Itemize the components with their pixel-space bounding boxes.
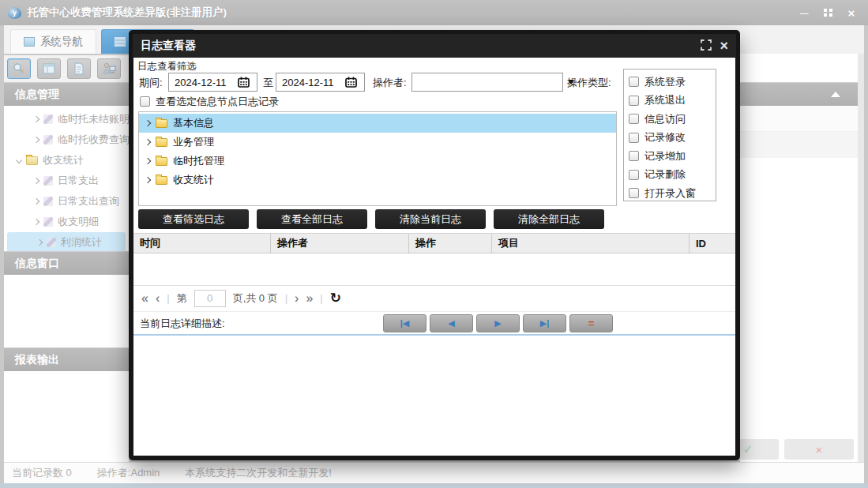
sidebar-tree: 临时托未结账明细 临时托收费查询 收支统计 日常支出 日常支出查询 收支明细 利… bbox=[4, 106, 129, 251]
operator-combobox[interactable] bbox=[411, 73, 563, 92]
sidebar-item-temp-unsettled[interactable]: 临时托未结账明细 bbox=[4, 109, 129, 130]
collapse-up-icon[interactable] bbox=[831, 92, 840, 97]
status-message: 本系统支持二次开发和全新开发! bbox=[185, 466, 332, 480]
form-area bbox=[740, 158, 858, 462]
date-from-field[interactable] bbox=[168, 73, 257, 92]
column-header-time[interactable]: 时间 bbox=[133, 234, 270, 253]
checkbox[interactable] bbox=[140, 96, 150, 107]
column-header-operation[interactable]: 操作 bbox=[408, 234, 491, 253]
tree-label: 收支统计 bbox=[43, 153, 84, 167]
op-type-record-delete[interactable]: 记录删除 bbox=[629, 166, 716, 185]
sidebar-item-daily-expense-query[interactable]: 日常支出查询 bbox=[4, 191, 129, 212]
date-from-input[interactable] bbox=[175, 77, 235, 88]
prev-page-button[interactable]: ‹ bbox=[156, 291, 160, 306]
dialog-title: 日志查看器 bbox=[141, 39, 693, 53]
minimize-button[interactable]: ─ bbox=[795, 6, 813, 20]
checkbox-label: 记录删除 bbox=[644, 167, 686, 182]
sidebar-item-profit-stats[interactable]: 利润统计 bbox=[7, 232, 126, 253]
operator-input[interactable] bbox=[412, 77, 562, 88]
calendar-icon[interactable] bbox=[238, 77, 250, 88]
status-record-count: 当前记录数 0 bbox=[12, 466, 72, 480]
page-total-label: 页,共 0 页 bbox=[233, 291, 278, 306]
dialog-close-button[interactable]: × bbox=[720, 39, 728, 53]
panel-header-info-window[interactable]: 信息窗口 bbox=[4, 251, 129, 275]
calendar-icon[interactable] bbox=[345, 77, 357, 88]
chevron-right-icon[interactable] bbox=[145, 158, 151, 164]
column-header-operator[interactable]: 操作者 bbox=[270, 234, 408, 253]
cancel-button[interactable]: × bbox=[784, 439, 854, 460]
tree-label: 临时托未结账明细 bbox=[58, 112, 129, 126]
page-number-input[interactable] bbox=[194, 290, 226, 307]
view-all-logs-button[interactable]: 查看全部日志 bbox=[257, 209, 367, 229]
chevron-right-icon[interactable] bbox=[145, 139, 151, 145]
op-type-system-logout[interactable]: 系统退出 bbox=[629, 92, 716, 111]
tree-item-temp-trust-mgmt[interactable]: 临时托管理 bbox=[139, 152, 616, 171]
sidebar-item-daily-expense[interactable]: 日常支出 bbox=[4, 171, 129, 191]
right-scrollbar[interactable] bbox=[858, 54, 864, 462]
record-next-button[interactable]: ▶ bbox=[476, 314, 520, 332]
node-filter-checkbox-row[interactable]: 查看选定信息节点日志记录 bbox=[140, 92, 279, 111]
close-button[interactable]: × bbox=[843, 6, 860, 20]
column-header-item[interactable]: 项目 bbox=[491, 234, 689, 253]
panel-header-report-output[interactable]: 报表输出 bbox=[4, 347, 129, 371]
log-description-area[interactable] bbox=[133, 334, 735, 456]
op-type-record-add[interactable]: 记录增加 bbox=[629, 147, 716, 166]
op-type-system-login[interactable]: 系统登录 bbox=[629, 73, 716, 92]
tree-item-income-expense-stats[interactable]: 收支统计 bbox=[139, 171, 616, 190]
checkbox[interactable] bbox=[629, 188, 639, 198]
sidebar-item-income-expense-detail[interactable]: 收支明细 bbox=[4, 212, 129, 232]
restore-button[interactable] bbox=[819, 6, 836, 20]
page-label: 第 bbox=[177, 291, 187, 306]
checkbox-label: 打开录入窗 bbox=[644, 186, 696, 201]
search-edit-button[interactable] bbox=[7, 58, 31, 79]
tree-item-basic-info[interactable]: 基本信息 bbox=[139, 114, 616, 133]
tab-system-nav[interactable]: 系统导航 bbox=[10, 29, 96, 54]
clear-all-logs-button[interactable]: 清除全部日志 bbox=[494, 209, 604, 229]
op-type-info-access[interactable]: 信息访问 bbox=[629, 110, 716, 129]
record-last-button[interactable]: ▶| bbox=[523, 314, 566, 332]
checkbox[interactable] bbox=[629, 151, 639, 161]
tree-item-business-mgmt[interactable]: 业务管理 bbox=[139, 133, 616, 152]
next-page-button[interactable]: › bbox=[295, 291, 299, 306]
info-window-button[interactable] bbox=[37, 58, 61, 79]
separator: | bbox=[167, 292, 169, 304]
sidebar-item-income-expense-stats[interactable]: 收支统计 bbox=[4, 150, 129, 171]
date-to-field[interactable] bbox=[276, 73, 365, 92]
operator-label: 操作者: bbox=[373, 76, 407, 90]
view-filtered-logs-button[interactable]: 查看筛选日志 bbox=[138, 209, 249, 229]
tab-label: 系统导航 bbox=[40, 35, 83, 49]
period-label: 期间: bbox=[139, 76, 163, 90]
checkbox[interactable] bbox=[629, 133, 639, 143]
tree-label: 基本信息 bbox=[173, 116, 214, 130]
last-page-button[interactable]: » bbox=[306, 291, 313, 306]
dialog-maximize-button[interactable] bbox=[701, 39, 712, 53]
document-button[interactable] bbox=[67, 58, 91, 79]
column-header-id[interactable]: ID bbox=[689, 234, 735, 253]
clear-current-logs-button[interactable]: 清除当前日志 bbox=[375, 209, 486, 229]
form-row bbox=[740, 132, 858, 158]
checkbox[interactable] bbox=[629, 96, 639, 106]
record-prev-button[interactable]: ◀ bbox=[430, 314, 473, 332]
checkbox[interactable] bbox=[629, 170, 639, 180]
user-computer-button[interactable] bbox=[97, 58, 121, 79]
record-first-button[interactable]: |◀ bbox=[383, 314, 426, 332]
sidebar-item-temp-fee-query[interactable]: 临时托收费查询 bbox=[4, 130, 129, 150]
checkbox[interactable] bbox=[629, 77, 639, 87]
date-to-input[interactable] bbox=[282, 77, 342, 88]
user-computer-icon bbox=[102, 62, 116, 75]
chevron-right-icon[interactable] bbox=[145, 120, 151, 126]
chevron-right-icon[interactable] bbox=[145, 177, 151, 183]
log-viewer-dialog: 日志查看器 × 日志查看筛选 期间: 至 操作者: 操作类型: 系统登录 系统退… bbox=[129, 30, 740, 460]
document-icon bbox=[73, 62, 85, 75]
refresh-button[interactable]: ↻ bbox=[330, 290, 341, 306]
checkbox[interactable] bbox=[629, 114, 639, 124]
checkbox-label: 信息访问 bbox=[644, 112, 686, 126]
window-title: 托管中心收费管理系统差异版(非注册用户) bbox=[28, 6, 789, 20]
to-label: 至 bbox=[263, 76, 273, 90]
tool-icon bbox=[43, 176, 53, 186]
first-page-button[interactable]: « bbox=[141, 291, 148, 306]
grid-icon bbox=[115, 37, 126, 47]
op-type-record-modify[interactable]: 记录修改 bbox=[629, 129, 716, 148]
op-type-open-entry[interactable]: 打开录入窗 bbox=[629, 184, 716, 201]
record-remove-button[interactable]: = bbox=[569, 314, 613, 332]
